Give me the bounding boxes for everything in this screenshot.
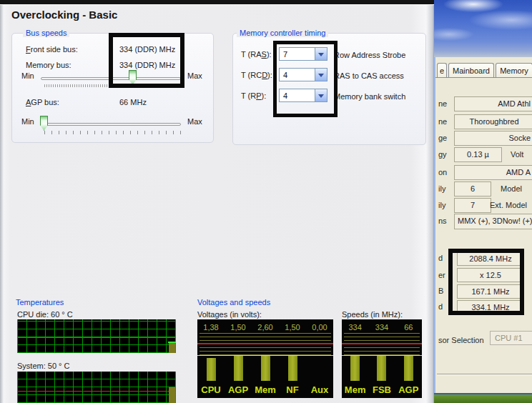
fsb-slider-max-label: Max bbox=[187, 71, 202, 80]
agp-slider-min-label: Min bbox=[21, 117, 34, 126]
package-field: Socke bbox=[454, 131, 532, 146]
speeds-panel: 334 334 66 Mem FSB AGP bbox=[342, 319, 422, 398]
technology-label-fragment: gy bbox=[438, 150, 447, 159]
speed-bar-agp bbox=[404, 356, 413, 381]
codename-field: Thoroughbred bbox=[454, 114, 532, 129]
voltage-bar-mem bbox=[261, 356, 270, 381]
tab-mainboard[interactable]: Mainboard bbox=[448, 63, 494, 78]
memory-timing-header: Memory controller timing bbox=[237, 29, 328, 37]
desktop-grass bbox=[429, 392, 532, 403]
core-speed-label-fragment: d bbox=[438, 254, 443, 262]
speed-red-line bbox=[342, 343, 422, 344]
memory-bus-label: Memory bus: bbox=[26, 61, 72, 69]
t-rcd-description: RAS to CAS access bbox=[334, 71, 404, 80]
fsb-label-fragment: B bbox=[438, 287, 443, 295]
tab-memory[interactable]: Memory bbox=[496, 63, 532, 78]
cpu-temp-current-bar bbox=[169, 343, 175, 353]
processor-selection-label: sor Selection bbox=[438, 336, 484, 344]
technology-field: 0.13 µ bbox=[454, 147, 502, 162]
window-top-bar bbox=[0, 0, 434, 5]
voltage-red-line bbox=[197, 343, 333, 344]
speeds-title: Speeds (in MHz): bbox=[342, 310, 403, 319]
specification-field: AMD A bbox=[454, 165, 532, 180]
speed-bars bbox=[342, 356, 422, 381]
t-ras-label: T (RAS): bbox=[241, 50, 272, 59]
speed-values: 334 334 66 bbox=[342, 323, 422, 332]
agp-slider-max-label: Max bbox=[187, 117, 202, 126]
voltages-speeds-header: Voltages and speeds bbox=[197, 298, 270, 307]
voltages-title: Voltages (in volts): bbox=[197, 310, 262, 319]
ext-family-field: 7 bbox=[454, 198, 491, 213]
bus-speed-label-fragment: d bbox=[438, 302, 443, 311]
codename-label-fragment: ne bbox=[438, 117, 447, 126]
page-title: Overclocking - Basic bbox=[11, 9, 117, 21]
instructions-field: MMX (+), 3DNow! (+), bbox=[454, 214, 532, 229]
voltages-panel: 1,38 1,50 2,60 1,50 0,00 CPU AGP Mem NF … bbox=[197, 319, 333, 398]
temperatures-header: Temperatures bbox=[16, 298, 64, 307]
family-label-fragment: ily bbox=[438, 184, 445, 193]
cpuz-window: e Mainboard Memory ne AMD Athl ne Thorou… bbox=[434, 57, 532, 393]
ext-family-label-fragment: ily bbox=[438, 201, 445, 209]
cpuz-divider bbox=[437, 374, 532, 375]
cpu-temp-threshold-line bbox=[17, 337, 176, 338]
t-rp-label: T (RP): bbox=[241, 91, 266, 100]
fsb-slider-min-label: Min bbox=[21, 71, 34, 80]
speed-labels: Mem FSB AGP bbox=[342, 384, 422, 395]
voltage-values: 1,38 1,50 2,60 1,50 0,00 bbox=[197, 323, 333, 332]
speed-bar-mem bbox=[350, 356, 360, 381]
package-label-fragment: ge bbox=[438, 134, 447, 142]
system-temp-graph bbox=[17, 372, 176, 403]
model-label-fragment: Model bbox=[501, 184, 522, 193]
tab-cache-partial[interactable]: e bbox=[437, 63, 447, 78]
t-rcd-label: T (RCD): bbox=[241, 71, 272, 79]
cpu-die-temp-label: CPU die: 60 ° C bbox=[17, 310, 73, 319]
voltage-label-fragment: Volt bbox=[511, 150, 523, 159]
system-temp-threshold-line bbox=[17, 391, 176, 392]
instructions-label-fragment: ns bbox=[438, 217, 447, 225]
voltage-bars bbox=[197, 356, 333, 381]
agp-bus-value: 66 MHz bbox=[119, 98, 147, 106]
t-ras-description: Row Address Strobe bbox=[334, 51, 405, 59]
cpu-temp-trace-line bbox=[168, 342, 176, 343]
speed-bar-fsb bbox=[377, 356, 386, 381]
front-side-bus-label: Front side bus: bbox=[26, 45, 78, 54]
agp-slider-ticks bbox=[44, 131, 182, 134]
agp-slider-track[interactable] bbox=[41, 123, 181, 126]
annotation-box-clocks bbox=[448, 249, 524, 315]
voltage-bar-agp bbox=[234, 356, 243, 381]
system-temp-current-bar bbox=[169, 387, 175, 403]
specification-label-fragment: on bbox=[438, 168, 447, 176]
bus-speeds-header: Bus speeds bbox=[23, 29, 69, 37]
agp-bus-label: AGP bus: bbox=[26, 98, 59, 106]
t-rp-description: Memory bank switch bbox=[334, 92, 405, 101]
voltage-bar-nf bbox=[288, 356, 297, 381]
voltage-labels: CPU AGP Mem NF Aux bbox=[197, 384, 333, 395]
multiplier-label-fragment: er bbox=[438, 271, 445, 279]
processor-selection-combo[interactable]: CPU #1 bbox=[490, 331, 532, 345]
annotation-box-bus-values bbox=[109, 33, 184, 88]
voltage-bar-cpu bbox=[207, 358, 216, 381]
name-field: AMD Athl bbox=[454, 96, 532, 111]
annotation-box-timings bbox=[273, 41, 338, 117]
name-label-fragment: ne bbox=[438, 99, 447, 108]
ext-model-label-fragment: Ext. Model bbox=[490, 201, 527, 209]
overclocking-window: Overclocking - Basic Bus speeds Front si… bbox=[0, 0, 434, 403]
system-temp-label: System: 50 ° C bbox=[17, 362, 69, 370]
family-field: 6 bbox=[454, 181, 491, 196]
tab-strip-divider bbox=[435, 77, 532, 78]
cpu-die-temp-graph bbox=[17, 319, 176, 353]
